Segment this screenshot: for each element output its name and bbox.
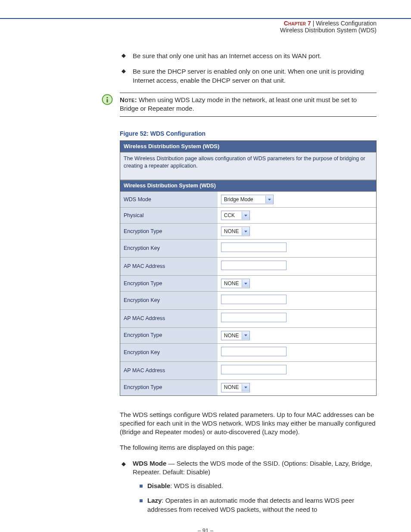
select-dropdown[interactable]: NONE (221, 227, 250, 236)
config-row-value (218, 361, 376, 380)
select-value: CCK (221, 212, 242, 219)
select-dropdown[interactable]: NONE (221, 383, 250, 392)
intro-bullets: Be sure that only one unit has an Intern… (120, 52, 377, 85)
chevron-down-icon (242, 212, 249, 219)
config-row-value (218, 240, 376, 258)
config-row: WDS ModeBridge Mode (120, 192, 376, 208)
config-row-label: Encryption Type (120, 380, 218, 395)
page: Chapter 7 | Wireless Configuration Wirel… (0, 0, 411, 532)
config-row: Encryption Key (120, 343, 376, 361)
text-input[interactable] (221, 261, 286, 270)
config-row: Encryption TypeNONE (120, 327, 376, 343)
sub-definition-list: Disable: WDS is disabled. Lazy: Operates… (133, 482, 377, 514)
config-row: Encryption Key (120, 240, 376, 258)
text-input[interactable] (221, 347, 286, 356)
select-value: NONE (221, 332, 242, 339)
config-row-label: AP MAC Address (120, 309, 218, 327)
svg-rect-1 (106, 97, 108, 99)
config-row-value (218, 258, 376, 276)
header-separator: | (313, 20, 314, 27)
config-row: PhysicalCCK (120, 208, 376, 224)
config-panel: Wireless Distribution System (WDS) The W… (120, 140, 377, 395)
chevron-down-icon (242, 227, 249, 235)
sub-def-term: Lazy (147, 497, 162, 504)
bullet-list: Be sure that only one unit has an Intern… (120, 52, 377, 85)
config-row-label: Encryption Type (120, 327, 218, 343)
config-row-label: AP MAC Address (120, 361, 218, 380)
chevron-down-icon (265, 196, 273, 203)
note-label: Note: (120, 96, 137, 103)
config-row-label: Encryption Type (120, 276, 218, 292)
config-row-value: Bridge Mode (218, 192, 376, 208)
config-row-label: Encryption Type (120, 224, 218, 240)
note-text: When using WDS Lazy mode in the network,… (120, 96, 357, 112)
figure-block: Figure 52: WDS Configuration Wireless Di… (120, 130, 377, 395)
def-term: WDS Mode (133, 460, 166, 467)
config-panel-title: Wireless Distribution System (WDS) (120, 141, 376, 152)
config-row-value: CCK (218, 208, 376, 224)
text-input[interactable] (221, 365, 286, 374)
config-row: Encryption TypeNONE (120, 276, 376, 292)
config-group-header: Wireless Distribution System (WDS) (120, 180, 376, 192)
paragraph: The WDS settings configure WDS related p… (120, 411, 377, 437)
select-value: NONE (221, 384, 242, 391)
text-input[interactable] (221, 295, 286, 304)
config-row-value (218, 309, 376, 327)
definition-item: WDS Mode — Selects the WDS mode of the S… (120, 459, 377, 514)
bullet-item: Be sure that only one unit has an Intern… (120, 52, 377, 60)
header-title: Wireless Configuration (316, 20, 377, 27)
note-block: Note: When using WDS Lazy mode in the ne… (120, 93, 377, 117)
chevron-down-icon (242, 280, 249, 287)
figure-caption: Figure 52: WDS Configuration (120, 130, 377, 138)
header-rule (0, 18, 411, 19)
config-row-value (218, 292, 376, 310)
info-icon (102, 94, 113, 105)
config-row-value: NONE (218, 224, 376, 240)
config-row-label: Encryption Key (120, 292, 218, 310)
sub-definition-item: Lazy: Operates in an automatic mode that… (133, 496, 377, 514)
text-input[interactable] (221, 243, 286, 252)
text-input[interactable] (221, 313, 286, 322)
sub-def-text: : WDS is disabled. (170, 482, 223, 489)
config-row-value: NONE (218, 276, 376, 292)
definition-list: WDS Mode — Selects the WDS mode of the S… (120, 459, 377, 514)
config-row-label: Encryption Key (120, 343, 218, 361)
chapter-label: Chapter 7 (284, 20, 311, 27)
content: Be sure that only one unit has an Intern… (0, 0, 411, 514)
config-row-label: WDS Mode (120, 192, 218, 208)
svg-rect-2 (106, 99, 108, 103)
chevron-down-icon (242, 384, 249, 392)
config-row-label: AP MAC Address (120, 258, 218, 276)
config-row-value: NONE (218, 327, 376, 343)
config-row: Encryption Key (120, 292, 376, 310)
page-number: – 91 – (0, 527, 411, 532)
config-row: Encryption TypeNONE (120, 224, 376, 240)
select-dropdown[interactable]: NONE (221, 279, 250, 288)
select-dropdown[interactable]: NONE (221, 331, 250, 340)
config-row: AP MAC Address (120, 258, 376, 276)
select-value: NONE (221, 280, 242, 287)
chevron-down-icon (242, 332, 249, 339)
page-header: Chapter 7 | Wireless Configuration Wirel… (280, 20, 377, 34)
paragraph: The following items are displayed on thi… (120, 443, 377, 452)
config-row-label: Physical (120, 208, 218, 224)
config-row-label: Encryption Key (120, 240, 218, 258)
header-line-1: Chapter 7 | Wireless Configuration (280, 20, 377, 27)
config-table: Wireless Distribution System (WDS) WDS M… (120, 180, 376, 395)
config-row: Encryption TypeNONE (120, 380, 376, 395)
sub-definition-item: Disable: WDS is disabled. (133, 482, 377, 490)
config-panel-description: The Wireless Distribution page allows co… (120, 152, 376, 180)
sub-def-term: Disable (147, 482, 170, 489)
config-row: AP MAC Address (120, 361, 376, 380)
config-row: AP MAC Address (120, 309, 376, 327)
header-subtitle: Wireless Distribution System (WDS) (280, 27, 377, 34)
select-dropdown[interactable]: Bridge Mode (221, 195, 274, 204)
def-text: — Selects the WDS mode of the SSID. (Opt… (133, 460, 372, 476)
bullet-item: Be sure the DHCP server is enabled only … (120, 67, 377, 85)
select-dropdown[interactable]: CCK (221, 211, 250, 220)
select-value: NONE (221, 228, 242, 235)
sub-def-text: : Operates in an automatic mode that det… (147, 497, 354, 513)
select-value: Bridge Mode (221, 196, 265, 203)
explanatory-text: The WDS settings configure WDS related p… (120, 411, 377, 514)
config-row-value: NONE (218, 380, 376, 395)
